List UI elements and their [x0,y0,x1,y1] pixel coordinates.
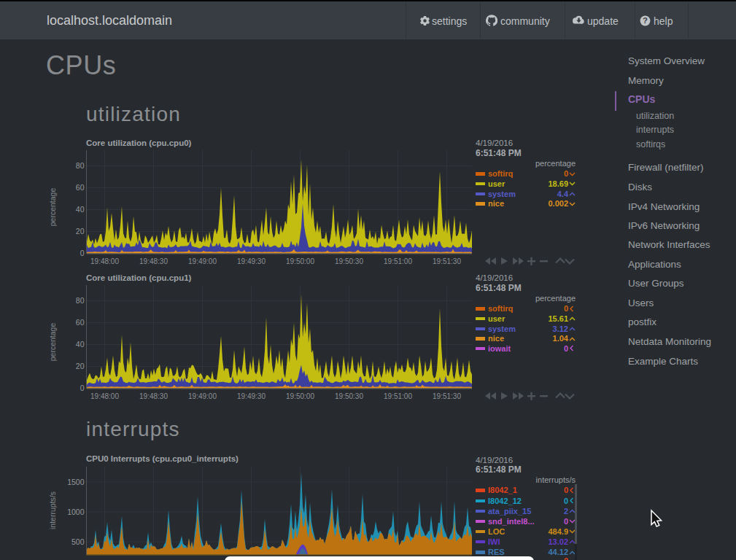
svg-text:1000: 1000 [67,508,85,516]
svg-text:500: 500 [71,537,85,546]
svg-text:1500: 1500 [67,478,85,486]
